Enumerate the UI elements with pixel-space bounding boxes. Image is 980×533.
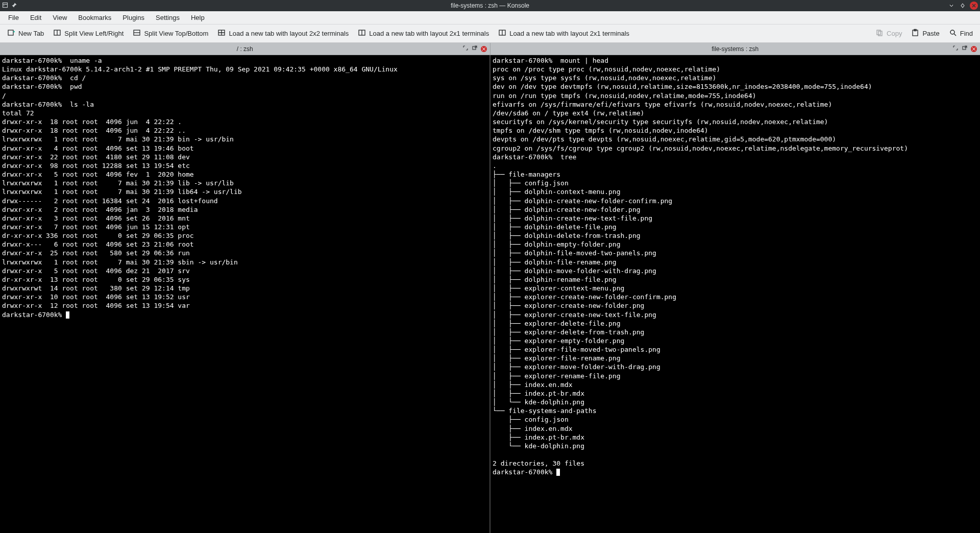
menu-view[interactable]: View [47,12,72,23]
menu-bookmarks[interactable]: Bookmarks [73,12,116,23]
layout-2x1-label-b: Load a new tab with layout 2x1 terminals [509,30,629,37]
pane-tab-left-label: / : zsh [237,45,253,53]
close-button[interactable] [970,2,978,10]
svg-rect-13 [963,46,966,50]
layout-2x1-button-b[interactable]: Load a new tab with layout 2x1 terminals [494,27,633,40]
pane-tab-row: / : zsh file-systems : zsh [0,43,980,55]
layout-2x1-label-a: Load a new tab with layout 2x1 terminals [369,30,489,37]
expand-icon[interactable] [952,45,959,53]
split-tb-icon [133,29,141,38]
pane-tab-right-label: file-systems : zsh [712,45,758,53]
menu-help[interactable]: Help [186,12,210,23]
copy-button: Copy [871,27,906,40]
terminal-split: darkstar-6700k% uname -a Linux darkstar-… [0,55,980,533]
menu-settings[interactable]: Settings [151,12,185,23]
paste-button[interactable]: Paste [907,27,943,40]
split-lr-label: Split View Left/Right [64,30,124,37]
menubar: File Edit View Bookmarks Plugins Setting… [0,11,980,25]
menu-file[interactable]: File [3,12,24,23]
svg-rect-1 [8,30,13,35]
pane-tab-right[interactable]: file-systems : zsh [490,43,981,55]
layout-2x1-icon-b [498,29,506,38]
split-left-right-button[interactable]: Split View Left/Right [49,27,128,40]
titlebar: file-systems : zsh — Konsole [0,0,980,11]
terminal-right[interactable]: darkstar-6700k% mount | head proc on /pr… [489,55,980,533]
terminal-left[interactable]: darkstar-6700k% uname -a Linux darkstar-… [0,55,489,533]
close-pane-icon[interactable] [481,46,487,52]
new-tab-button[interactable]: New Tab [3,27,48,40]
copy-icon [875,29,884,38]
maximize-button[interactable] [959,2,967,10]
split-tb-label: Split View Top/Bottom [144,30,208,37]
toolbar: New Tab Split View Left/Right Split View… [0,25,980,43]
layout-2x1-icon [358,29,366,38]
svg-point-11 [950,30,954,34]
minimize-button[interactable] [947,2,955,10]
app-menu-icon[interactable] [2,2,8,10]
popout-icon[interactable] [962,45,968,53]
layout-2x1-button-a[interactable]: Load a new tab with layout 2x1 terminals [354,27,493,40]
new-tab-label: New Tab [18,30,44,37]
svg-rect-12 [473,46,476,50]
layout-2x2-label: Load a new tab with layout 2x2 terminals [229,30,349,37]
close-pane-icon[interactable] [971,46,977,52]
menu-plugins[interactable]: Plugins [117,12,150,23]
pin-icon[interactable] [11,2,17,10]
copy-label: Copy [887,30,902,37]
find-button[interactable]: Find [945,27,977,40]
find-icon [949,29,957,38]
split-top-bottom-button[interactable]: Split View Top/Bottom [129,27,212,40]
split-lr-icon [53,29,61,38]
popout-icon[interactable] [472,45,478,53]
svg-rect-0 [3,3,8,7]
menu-edit[interactable]: Edit [25,12,46,23]
pane-tab-left[interactable]: / : zsh [0,43,490,55]
expand-icon[interactable] [462,45,469,53]
find-label: Find [960,30,973,37]
new-tab-icon [7,29,15,38]
window-title: file-systems : zsh — Konsole [33,2,947,9]
layout-2x2-button[interactable]: Load a new tab with layout 2x2 terminals [213,27,353,40]
paste-label: Paste [922,30,939,37]
paste-icon [911,29,919,38]
layout-2x2-icon [217,29,226,38]
